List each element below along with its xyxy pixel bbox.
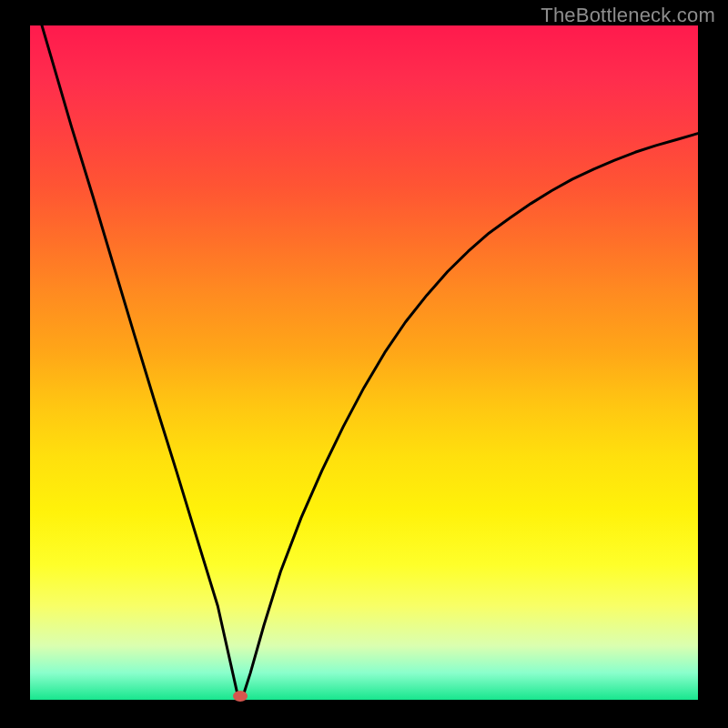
watermark-text: TheBottleneck.com [541,4,715,27]
minimum-marker [233,691,248,702]
plot-area [30,25,698,700]
chart-canvas: TheBottleneck.com [0,0,728,728]
